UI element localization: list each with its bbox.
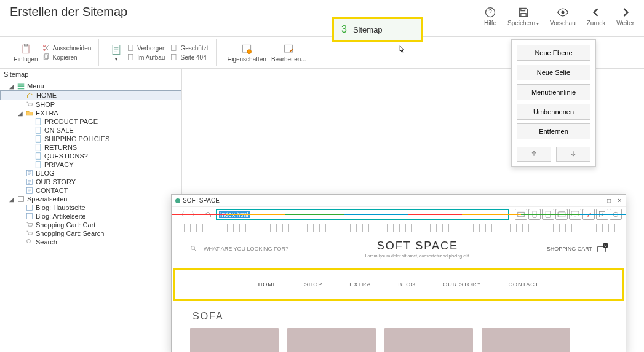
maximize-icon[interactable]: □ <box>607 197 611 204</box>
step-label: Sitemap <box>353 25 383 34</box>
blog-icon <box>26 204 33 211</box>
save-button[interactable]: Speichern▾ <box>507 6 539 26</box>
nav-home[interactable]: HOME <box>258 281 277 287</box>
nav-blog[interactable]: BLOG <box>398 281 416 287</box>
help-icon: ? <box>484 6 496 18</box>
product-thumb[interactable] <box>384 328 473 352</box>
move-up-button[interactable] <box>517 147 551 162</box>
tree-home[interactable]: HOME <box>0 90 181 100</box>
help-button[interactable]: ? Hilfe <box>484 6 496 26</box>
tree-blog-article[interactable]: Blog: Artikelseite <box>0 212 181 221</box>
product-thumb[interactable] <box>287 328 376 352</box>
tree-menu[interactable]: ◢Menü <box>0 82 181 90</box>
preview-nav: HOME SHOP EXTRA BLOG OUR STORY CONTACT <box>175 275 622 294</box>
edit-button[interactable]: Bearbeiten... <box>269 43 309 63</box>
remove-button[interactable]: Entfernen <box>517 123 590 139</box>
tree-blog-main[interactable]: Blog: Hauptseite <box>0 203 181 212</box>
svg-point-2 <box>561 11 564 14</box>
construction-button[interactable]: Im Aufbau <box>127 53 165 61</box>
preview-app-title: SOFTSPACE <box>183 197 220 204</box>
tree-search[interactable]: Search <box>0 238 181 246</box>
sitemap-tree: Sitemap Seitentitel ◢Menü HOME SHOP ◢EXT… <box>0 69 182 352</box>
close-icon[interactable]: ✕ <box>617 197 622 204</box>
svg-rect-17 <box>18 84 25 85</box>
protected-button[interactable]: Geschützt <box>170 44 208 52</box>
svg-rect-22 <box>36 136 41 143</box>
tree-special[interactable]: ◢Spezialseiten <box>0 195 181 203</box>
product-thumb[interactable] <box>190 328 279 352</box>
tree-cart-search[interactable]: Shopping Cart: Search <box>0 229 181 238</box>
page-small-icon <box>170 44 178 52</box>
new-page-button[interactable]: Neue Seite <box>517 65 590 80</box>
next-button[interactable]: Weiter <box>616 6 634 26</box>
tree-product[interactable]: PRODUCT PAGE <box>0 117 181 126</box>
blog-icon <box>26 170 33 177</box>
move-down-button[interactable] <box>556 147 590 162</box>
preview-search[interactable]: WHAT ARE YOU LOOKING FOR? <box>190 245 288 252</box>
copy-button[interactable]: Kopieren <box>42 53 91 61</box>
page-small-icon <box>127 53 135 61</box>
preview-window: SOFTSPACE — □ ✕ 〈 〉 index.html ⤢ WHAT AR… <box>171 194 626 352</box>
preview-titlebar[interactable]: SOFTSPACE — □ ✕ <box>172 195 626 207</box>
collapse-icon[interactable]: ◢ <box>9 196 15 203</box>
section-heading: SOFA <box>193 311 607 322</box>
page-icon <box>34 118 42 125</box>
page-small-icon <box>127 44 135 52</box>
svg-rect-13 <box>172 55 177 60</box>
back-button[interactable]: Zurück <box>587 6 606 26</box>
tree-extra[interactable]: ◢EXTRA <box>0 109 181 117</box>
collapse-icon[interactable]: ◢ <box>17 110 23 117</box>
cart-icon <box>26 221 33 229</box>
search-icon <box>26 238 33 246</box>
search-icon <box>190 245 197 252</box>
page-type-button[interactable]: ▾ <box>108 44 125 62</box>
tree-cart-cart[interactable]: Shopping Cart: Cart <box>0 221 181 229</box>
rename-button[interactable]: Umbennenen <box>517 104 590 120</box>
header: Erstellen der Sitemap ? Hilfe Speichern▾… <box>0 0 644 37</box>
scissors-icon <box>42 44 50 52</box>
folder-icon <box>26 109 33 117</box>
cart-icon <box>596 244 607 253</box>
home-icon <box>26 92 34 99</box>
tree-questions[interactable]: QUESTIONS? <box>0 152 181 160</box>
nav-shop[interactable]: SHOP <box>304 281 323 287</box>
preview-nav-highlight: HOME SHOP EXTRA BLOG OUR STORY CONTACT <box>173 268 624 301</box>
preview-button[interactable]: Vorschau <box>550 6 576 26</box>
tree-shipping[interactable]: SHIPPING POLICIES <box>0 135 181 143</box>
menu-icon <box>17 82 25 90</box>
preview-cart[interactable]: SHOPPING CART <box>547 244 607 253</box>
product-thumb[interactable] <box>482 328 570 352</box>
page-icon <box>34 152 42 160</box>
arrow-down-icon <box>570 150 577 157</box>
tree-privacy[interactable]: PRIVACY <box>0 160 181 169</box>
nav-story[interactable]: OUR STORY <box>443 281 481 287</box>
step-badge[interactable]: 3 Sitemap <box>332 17 423 42</box>
tree-shop[interactable]: SHOP <box>0 100 181 109</box>
svg-rect-25 <box>36 162 41 168</box>
page404-button[interactable]: Seite 404 <box>170 53 208 61</box>
blog-icon <box>26 187 33 194</box>
nav-contact[interactable]: CONTACT <box>508 281 539 287</box>
cut-button[interactable]: Ausschneiden <box>42 44 91 52</box>
new-level-button[interactable]: Neue Ebene <box>517 45 590 61</box>
hidden-button[interactable]: Verborgen <box>127 44 165 52</box>
page-icon <box>34 144 42 151</box>
svg-rect-16 <box>285 45 293 52</box>
app-dot-icon <box>175 198 180 203</box>
svg-point-32 <box>27 240 31 243</box>
collapse-icon[interactable]: ◢ <box>9 83 15 90</box>
tree-blog[interactable]: BLOG <box>0 169 181 178</box>
tree-contact[interactable]: CONTACT <box>0 186 181 195</box>
minimize-icon[interactable]: — <box>595 197 601 204</box>
page-icon <box>110 44 122 56</box>
properties-button[interactable]: Eigenschaften <box>225 43 269 63</box>
chevron-down-icon: ▾ <box>115 57 117 62</box>
tree-story[interactable]: OUR STORY <box>0 178 181 186</box>
tree-returns[interactable]: RETURNS <box>0 143 181 152</box>
paste-button[interactable]: Einfügen <box>11 43 40 63</box>
properties-icon <box>241 43 253 55</box>
separator-button[interactable]: Menütrennlinie <box>517 84 590 100</box>
tree-onsale[interactable]: ON SALE <box>0 126 181 135</box>
header-actions: ? Hilfe Speichern▾ Vorschau Zurück Weite… <box>484 5 634 26</box>
nav-extra[interactable]: EXTRA <box>349 281 371 287</box>
